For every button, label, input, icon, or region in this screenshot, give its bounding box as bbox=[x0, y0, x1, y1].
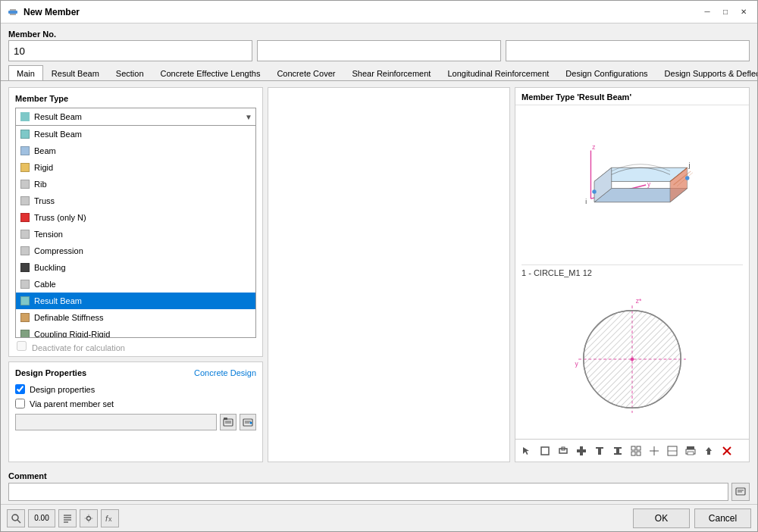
rp-arrow-btn[interactable] bbox=[700, 443, 717, 459]
member-no-input[interactable] bbox=[8, 40, 252, 61]
right-panel-title: Member Type 'Result Beam' bbox=[515, 88, 749, 105]
dropdown-item[interactable]: Tension bbox=[16, 226, 255, 243]
minimize-button[interactable]: ─ bbox=[700, 5, 715, 19]
field3-group bbox=[506, 30, 750, 61]
browse-icon-1 bbox=[223, 417, 233, 427]
design-props-checkbox[interactable] bbox=[15, 384, 25, 394]
numeric-tool-btn[interactable]: 0.00 bbox=[28, 509, 55, 527]
right-panel-toolbar bbox=[515, 439, 749, 462]
dropdown-item[interactable]: Coupling Rigid-Rigid bbox=[16, 326, 255, 338]
rp-grid3-btn[interactable] bbox=[664, 443, 681, 459]
dropdown-item[interactable]: Rigid bbox=[16, 159, 255, 176]
dropdown-item-selected[interactable]: Result Beam bbox=[16, 293, 255, 309]
browse-btn-2[interactable] bbox=[240, 414, 256, 430]
svg-rect-53 bbox=[687, 446, 694, 449]
rp-rect2-btn[interactable] bbox=[555, 443, 572, 459]
svg-point-25 bbox=[685, 176, 689, 180]
rp-grid2-btn[interactable] bbox=[646, 443, 662, 459]
member-type-dropdown-wrapper: Result Beam ▼ Result Beam Beam bbox=[15, 108, 256, 338]
svg-point-34 bbox=[631, 358, 634, 361]
window-title: New Member bbox=[23, 7, 700, 17]
item-label: Definable Stiffness bbox=[34, 313, 104, 322]
beam-visualization: z y bbox=[515, 105, 749, 264]
parent-member-checkbox[interactable] bbox=[15, 399, 25, 408]
color-swatch bbox=[20, 196, 30, 205]
svg-rect-1 bbox=[10, 9, 16, 11]
deactivate-checkbox[interactable] bbox=[17, 341, 27, 351]
dropdown-item[interactable]: Result Beam bbox=[16, 126, 255, 142]
dropdown-arrow-icon: ▼ bbox=[245, 113, 252, 121]
tab-result-beam[interactable]: Result Beam bbox=[43, 65, 108, 81]
comment-input[interactable] bbox=[8, 483, 728, 501]
svg-rect-42 bbox=[614, 447, 622, 449]
ok-button[interactable]: OK bbox=[633, 509, 690, 528]
rp-cross-btn[interactable] bbox=[573, 443, 590, 459]
rp-grid-btn[interactable] bbox=[628, 443, 644, 459]
member-type-section: Member Type Result Beam ▼ Result Beam bbox=[8, 87, 263, 357]
dropdown-item[interactable]: Rib bbox=[16, 176, 255, 192]
field3-input[interactable] bbox=[506, 40, 750, 61]
design-props-header: Design Properties Concrete Design bbox=[15, 368, 256, 377]
svg-point-10 bbox=[250, 422, 252, 424]
rp-i-btn[interactable] bbox=[609, 443, 626, 459]
svg-rect-55 bbox=[688, 452, 694, 455]
tab-shear-reinf[interactable]: Shear Reinforcement bbox=[343, 65, 439, 81]
close-button[interactable]: ✕ bbox=[736, 5, 751, 19]
maximize-button[interactable]: □ bbox=[718, 5, 733, 19]
concrete-design-link[interactable]: Concrete Design bbox=[194, 368, 256, 377]
comment-btn-1[interactable] bbox=[731, 483, 750, 501]
header-section: Member No. bbox=[1, 23, 757, 64]
color-swatch bbox=[20, 246, 30, 255]
left-panel: Member Type Result Beam ▼ Result Beam bbox=[8, 87, 263, 462]
numeric-label: 0.00 bbox=[34, 514, 49, 522]
color-swatch bbox=[20, 313, 30, 322]
color-swatch bbox=[20, 213, 30, 222]
dropdown-item[interactable]: Buckling bbox=[16, 259, 255, 276]
dropdown-item[interactable]: Compression bbox=[16, 243, 255, 259]
dropdown-item[interactable]: Definable Stiffness bbox=[16, 309, 255, 326]
member-type-dropdown[interactable]: Result Beam ▼ bbox=[15, 108, 256, 126]
item-label: Cable bbox=[34, 280, 56, 289]
design-text-input[interactable] bbox=[15, 414, 217, 430]
design-properties-section: Design Properties Concrete Design Design… bbox=[8, 361, 263, 462]
rp-print-btn[interactable] bbox=[682, 443, 699, 459]
settings-tool-btn[interactable] bbox=[80, 509, 98, 527]
tab-main[interactable]: Main bbox=[8, 65, 43, 81]
formula-tool-btn[interactable]: f x bbox=[101, 509, 119, 527]
rp-t-btn[interactable] bbox=[591, 443, 608, 459]
dropdown-item[interactable]: Beam bbox=[16, 142, 255, 159]
svg-rect-36 bbox=[559, 449, 567, 453]
rp-select-btn[interactable] bbox=[518, 443, 535, 459]
dropdown-item[interactable]: Truss (only N) bbox=[16, 209, 255, 226]
dropdown-item[interactable]: Cable bbox=[16, 276, 255, 293]
item-label: Result Beam bbox=[34, 130, 82, 139]
main-window: New Member ─ □ ✕ Member No. Main Resu bbox=[0, 0, 758, 532]
list-tool-btn[interactable] bbox=[58, 509, 77, 527]
tab-long-reinf[interactable]: Longitudinal Reinforcement bbox=[439, 65, 557, 81]
member-type-title: Member Type bbox=[15, 94, 256, 103]
dropdown-item[interactable]: Truss bbox=[16, 192, 255, 209]
browse-btn-1[interactable] bbox=[220, 414, 236, 430]
tab-concrete-eff[interactable]: Concrete Effective Lengths bbox=[152, 65, 269, 81]
member-no-label: Member No. bbox=[8, 30, 252, 39]
tab-design-config[interactable]: Design Configurations bbox=[557, 65, 656, 81]
svg-rect-39 bbox=[577, 449, 586, 452]
middle-panel bbox=[268, 87, 510, 462]
tab-section[interactable]: Section bbox=[108, 65, 152, 81]
search-tool-btn[interactable] bbox=[7, 509, 25, 527]
cancel-button[interactable]: Cancel bbox=[694, 509, 751, 528]
svg-point-67 bbox=[87, 516, 91, 520]
tab-design-supports[interactable]: Design Supports & Deflection bbox=[656, 65, 757, 81]
svg-text:z: z bbox=[592, 143, 595, 150]
rp-rect-btn[interactable] bbox=[537, 443, 553, 459]
deactivate-label: Deactivate for calculation bbox=[17, 340, 125, 355]
svg-rect-0 bbox=[8, 11, 17, 14]
field2-input[interactable] bbox=[257, 40, 501, 61]
selected-color-dot bbox=[20, 112, 30, 121]
color-swatch bbox=[20, 146, 30, 155]
field2-label bbox=[257, 30, 501, 39]
tab-concrete-cover[interactable]: Concrete Cover bbox=[268, 65, 343, 81]
svg-text:x: x bbox=[108, 515, 112, 523]
rp-close-btn[interactable] bbox=[719, 443, 735, 459]
design-props-checkbox-label: Design properties bbox=[30, 385, 95, 394]
